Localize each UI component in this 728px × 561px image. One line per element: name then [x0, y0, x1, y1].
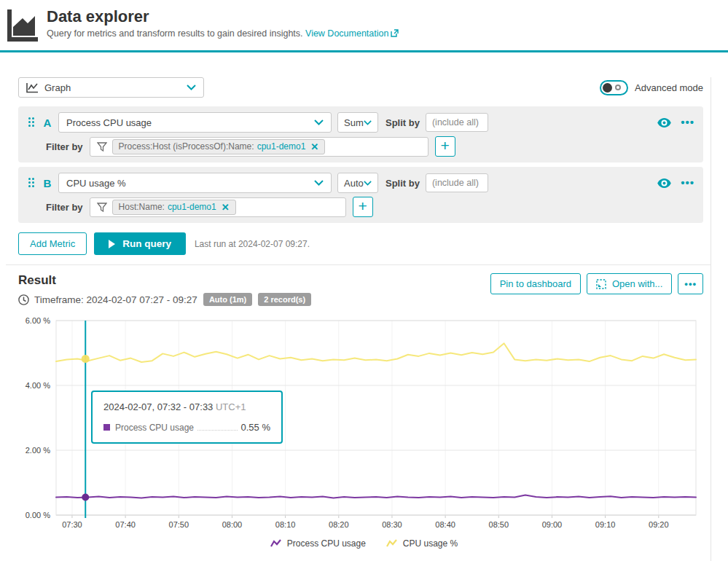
filter-input-b[interactable]: Host:Name: cpu1-demo1 ✕ [90, 197, 346, 217]
visibility-eye-icon[interactable] [657, 178, 671, 188]
tooltip-series-value: 0.55 % [241, 422, 270, 433]
svg-text:08:30: 08:30 [382, 520, 402, 529]
purple-line-icon [270, 539, 282, 548]
external-link-icon [391, 29, 399, 37]
svg-text:07:40: 07:40 [115, 520, 136, 529]
record-count-badge: 2 record(s) [258, 293, 311, 306]
svg-text:2.00 %: 2.00 % [26, 446, 50, 455]
result-title: Result [18, 273, 311, 288]
filter-tag[interactable]: Process:Host (isProcessOf):Name: cpu1-de… [112, 139, 326, 154]
page-subtitle: Query for metrics and transform results … [47, 28, 399, 39]
toggle-knob [603, 83, 612, 93]
svg-text:07:50: 07:50 [169, 520, 189, 529]
header-divider [0, 50, 728, 52]
chart-tooltip: 2024-02-07, 07:32 - 07:33 UTC+1 Process … [91, 391, 283, 444]
svg-text:09:00: 09:00 [542, 520, 563, 529]
visualization-label: Graph [44, 82, 71, 93]
chart-legend: Process CPU usage CPU usage % [0, 538, 728, 549]
aggregation-select-b[interactable]: Auto [337, 173, 378, 193]
chevron-down-icon [314, 180, 324, 186]
metric-letter: A [42, 117, 53, 129]
metric-row-a: A Process CPU usage Sum Split by (includ… [18, 106, 703, 162]
split-by-input-b[interactable]: (include all) [426, 173, 488, 192]
visualization-select[interactable]: Graph [18, 77, 204, 98]
advanced-mode-toggle[interactable] [600, 80, 628, 95]
chevron-down-icon [187, 85, 196, 90]
query-panel: Graph Advanced mode A Process CPU usage … [0, 77, 728, 561]
svg-text:08:40: 08:40 [435, 520, 455, 529]
metric-row-b: B CPU usage % Auto Split by (include all… [18, 167, 703, 223]
add-filter-button-a[interactable]: + [435, 136, 455, 157]
split-by-label: Split by [385, 178, 420, 189]
run-query-button[interactable]: Run query [94, 232, 186, 255]
last-run-text: Last run at 2024-02-07 09:27. [195, 239, 310, 249]
tooltip-time-range: 2024-02-07, 07:32 - 07:33 [103, 401, 213, 412]
metric-select-a[interactable]: Process CPU usage [58, 112, 332, 133]
filter-by-label: Filter by [46, 202, 83, 213]
play-icon [109, 240, 115, 248]
add-filter-button-b[interactable]: + [353, 197, 373, 217]
svg-text:09:20: 09:20 [649, 520, 669, 529]
visibility-eye-icon[interactable] [657, 118, 671, 128]
svg-text:4.00 %: 4.00 % [26, 381, 50, 390]
split-by-input-a[interactable]: (include all) [426, 113, 488, 132]
chevron-down-icon [364, 120, 372, 125]
tooltip-series-name: Process CPU usage [115, 423, 194, 433]
split-by-label: Split by [385, 117, 420, 128]
page-title: Data explorer [47, 8, 399, 26]
add-metric-button[interactable]: Add Metric [18, 232, 87, 255]
yellow-line-icon [386, 539, 398, 548]
section-divider [6, 264, 711, 265]
svg-text:6.00 %: 6.00 % [26, 316, 50, 325]
svg-text:09:10: 09:10 [595, 520, 616, 529]
result-more-options-button[interactable]: ••• [678, 273, 703, 294]
tooltip-timezone: UTC+1 [216, 401, 246, 412]
chevron-down-icon [364, 181, 372, 186]
legend-item-process-cpu[interactable]: Process CPU usage [270, 538, 366, 549]
page-header: Data explorer Query for metrics and tran… [0, 0, 728, 50]
metric-more-options-button[interactable]: ••• [681, 119, 694, 126]
chevron-down-icon [314, 119, 324, 125]
svg-text:08:10: 08:10 [275, 520, 296, 529]
timeframe-row: Timeframe: 2024-02-07 07:27 - 09:27 Auto… [18, 293, 311, 306]
filter-funnel-icon [97, 203, 107, 212]
filter-by-label: Filter by [46, 141, 83, 152]
pin-to-dashboard-button[interactable]: Pin to dashboard [490, 273, 581, 294]
svg-text:08:20: 08:20 [329, 520, 349, 529]
svg-text:0.00 %: 0.00 % [26, 511, 50, 519]
remove-filter-icon[interactable]: ✕ [310, 141, 318, 152]
svg-text:08:50: 08:50 [489, 520, 509, 529]
open-with-button[interactable]: Open with... [587, 273, 672, 294]
open-with-icon [596, 279, 606, 289]
metric-letter: B [42, 177, 53, 189]
result-chart[interactable]: 07:3007:4007:5008:0008:1008:2008:3008:40… [0, 315, 728, 533]
aggregation-select-a[interactable]: Sum [337, 112, 378, 133]
drag-handle-icon[interactable] [28, 117, 35, 128]
tooltip-leader-line [197, 424, 237, 431]
resolution-badge: Auto (1m) [203, 293, 252, 306]
metric-more-options-button[interactable]: ••• [681, 179, 694, 187]
svg-text:08:00: 08:00 [222, 520, 243, 529]
svg-text:07:30: 07:30 [62, 520, 82, 529]
clock-icon [18, 294, 29, 305]
drag-handle-icon[interactable] [28, 178, 35, 188]
filter-funnel-icon [97, 142, 107, 152]
filter-input-a[interactable]: Process:Host (isProcessOf):Name: cpu1-de… [90, 137, 428, 157]
advanced-mode-label: Advanced mode [635, 82, 703, 93]
toggle-knob-off [615, 85, 621, 90]
view-documentation-link[interactable]: View Documentation [305, 28, 399, 39]
remove-filter-icon[interactable]: ✕ [222, 202, 230, 213]
series-color-swatch [103, 424, 110, 431]
filter-tag[interactable]: Host:Name: cpu1-demo1 ✕ [112, 200, 236, 215]
timeframe-text: Timeframe: 2024-02-07 07:27 - 09:27 [34, 294, 197, 305]
metric-select-b[interactable]: CPU usage % [58, 173, 332, 193]
legend-item-cpu-usage[interactable]: CPU usage % [386, 538, 458, 549]
graph-type-icon [26, 82, 39, 93]
data-explorer-logo-icon [6, 8, 39, 43]
